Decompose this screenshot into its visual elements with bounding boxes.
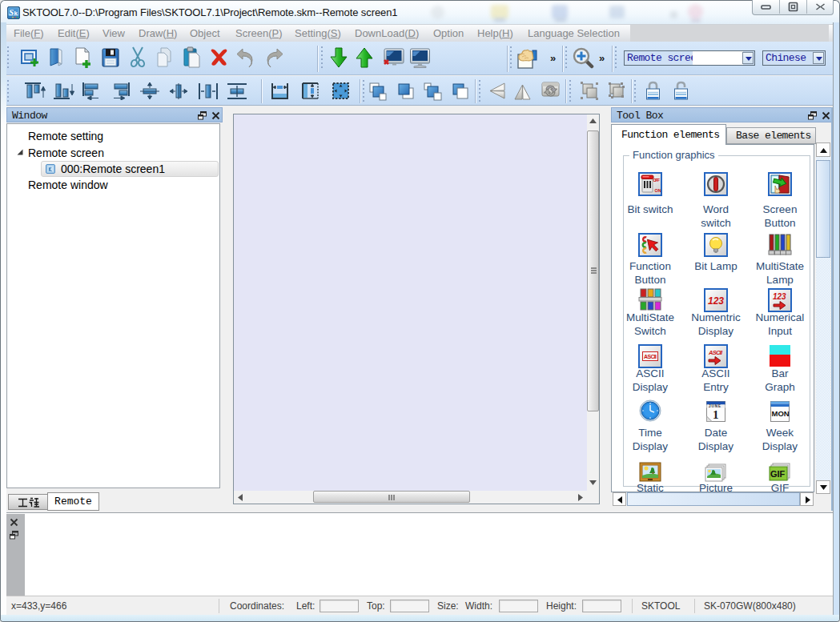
svg-text:123: 123 [708,295,724,307]
svg-text:GIF: GIF [770,469,786,479]
svg-text:ON: ON [655,188,661,193]
svg-text:OFF: OFF [653,178,661,183]
svg-text:1: 1 [713,408,719,421]
svg-text:ASCII: ASCII [708,349,723,356]
svg-text:MON: MON [772,409,790,418]
svg-text:ASCII: ASCII [644,354,657,359]
svg-text:S: S [9,8,14,17]
svg-text:123: 123 [773,292,786,301]
svg-text:k: k [14,10,18,17]
